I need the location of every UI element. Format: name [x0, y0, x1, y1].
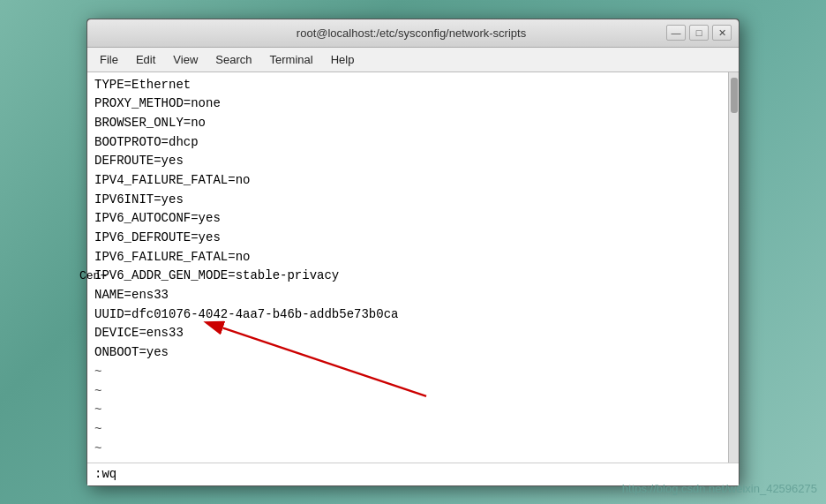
title-bar: root@localhost:/etc/sysconfig/network-sc… — [87, 19, 739, 48]
scrollbar[interactable] — [728, 72, 739, 463]
terminal-line: NAME=ens33 — [94, 286, 721, 305]
terminal-line: IPV6_DEFROUTE=yes — [94, 229, 721, 248]
window-title: root@localhost:/etc/sysconfig/network-sc… — [156, 26, 666, 40]
minimize-button[interactable]: — — [666, 25, 686, 41]
terminal-line: IPV6_FAILURE_FATAL=no — [94, 248, 721, 267]
scrollbar-thumb — [731, 78, 738, 113]
tilde-line: ~ — [94, 363, 721, 382]
terminal-line: DEFROUTE=yes — [94, 152, 721, 171]
vim-command: :wq — [94, 467, 116, 481]
tilde-line: ~ — [94, 420, 721, 440]
terminal-line: BROWSER_ONLY=no — [94, 114, 721, 133]
terminal-line: UUID=dfc01076-4042-4aa7-b46b-addb5e73b0c… — [94, 305, 721, 325]
terminal-line: IPV6INIT=yes — [94, 191, 721, 210]
close-button[interactable]: ✕ — [712, 25, 732, 41]
tilde-line: ~ — [94, 401, 721, 420]
menu-edit[interactable]: Edit — [127, 49, 164, 70]
tilde-line: ~ — [94, 458, 721, 462]
side-label: Cen~ — [79, 269, 107, 282]
window-controls: — □ ✕ — [666, 25, 732, 41]
terminal-line: TYPE=Ethernet — [94, 76, 721, 95]
tilde-line: ~ — [94, 382, 721, 402]
terminal-line: IPV6_AUTOCONF=yes — [94, 209, 721, 229]
terminal-line: IPV6_ADDR_GEN_MODE=stable-privacy — [94, 267, 721, 286]
terminal-window: root@localhost:/etc/sysconfig/network-sc… — [86, 19, 740, 486]
terminal-content: TYPE=EthernetPROXY_METHOD=noneBROWSER_ON… — [87, 72, 739, 463]
maximize-button[interactable]: □ — [689, 25, 709, 41]
menu-search[interactable]: Search — [206, 49, 260, 70]
terminal-line: BOOTPROTO=dhcp — [94, 133, 721, 153]
menu-file[interactable]: File — [91, 49, 127, 70]
menu-bar: File Edit View Search Terminal Help — [87, 48, 739, 72]
menu-view[interactable]: View — [164, 49, 206, 70]
terminal-line: PROXY_METHOD=none — [94, 94, 721, 114]
terminal-line: DEVICE=ens33 — [94, 324, 721, 343]
watermark: https://blog.csdn.net/weixin_42596275 — [622, 482, 817, 495]
menu-help[interactable]: Help — [322, 49, 364, 70]
tilde-line: ~ — [94, 440, 721, 459]
terminal-line: ONBOOT=yes — [94, 343, 721, 363]
menu-terminal[interactable]: Terminal — [261, 49, 322, 70]
text-area[interactable]: TYPE=EthernetPROXY_METHOD=noneBROWSER_ON… — [87, 72, 728, 463]
terminal-line: IPV4_FAILURE_FATAL=no — [94, 171, 721, 191]
